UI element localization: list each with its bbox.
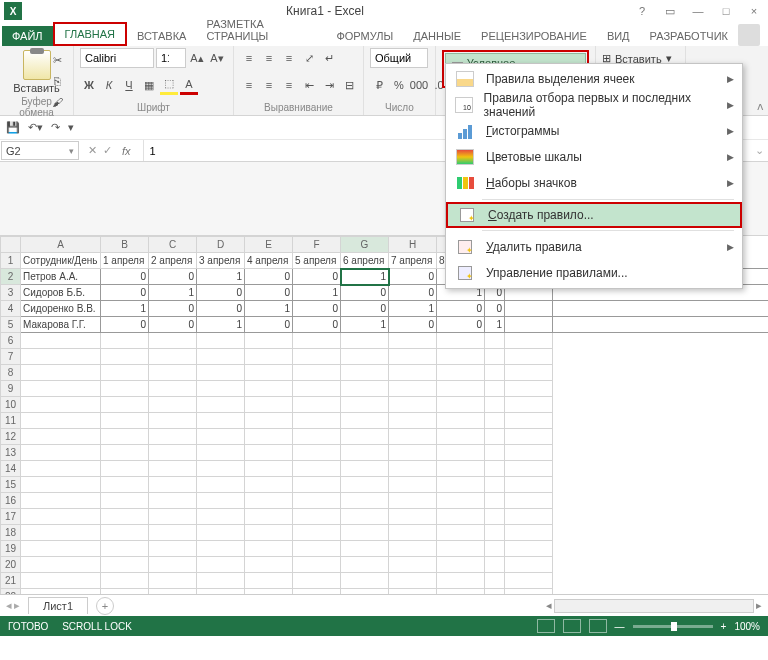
row-header-7[interactable]: 7: [1, 349, 21, 365]
increase-indent-button[interactable]: ⇥: [320, 75, 338, 95]
cell-1-D[interactable]: 3 апреля: [197, 253, 245, 269]
cell-13-5[interactable]: [293, 445, 341, 461]
cell-2-C[interactable]: 0: [149, 269, 197, 285]
cell-4-G[interactable]: 0: [341, 301, 389, 317]
cell-11-9[interactable]: [485, 413, 505, 429]
cell-5-I[interactable]: 0: [437, 317, 485, 333]
cell-16-4[interactable]: [245, 493, 293, 509]
menu-item-0[interactable]: Правила выделения ячеек ▶: [446, 66, 742, 92]
cell-21-7[interactable]: [389, 573, 437, 589]
minimize-button[interactable]: —: [684, 1, 712, 21]
cell-3-H[interactable]: 0: [389, 285, 437, 301]
cell-2-B[interactable]: 0: [101, 269, 149, 285]
cell-9-5[interactable]: [293, 381, 341, 397]
cell-7-5[interactable]: [293, 349, 341, 365]
cell-1-C[interactable]: 2 апреля: [149, 253, 197, 269]
cell-21-5[interactable]: [293, 573, 341, 589]
horizontal-scrollbar[interactable]: [554, 599, 754, 613]
cell-22-10[interactable]: [505, 589, 553, 595]
cell-2-H[interactable]: 0: [389, 269, 437, 285]
currency-button[interactable]: ₽: [370, 75, 388, 95]
cell-15-4[interactable]: [245, 477, 293, 493]
ribbon-options-button[interactable]: ▭: [656, 1, 684, 21]
cell-9-9[interactable]: [485, 381, 505, 397]
grow-font-button[interactable]: A▴: [188, 48, 206, 68]
cell-9-0[interactable]: [21, 381, 101, 397]
cell-18-9[interactable]: [485, 525, 505, 541]
cell-9-8[interactable]: [437, 381, 485, 397]
cell-10-9[interactable]: [485, 397, 505, 413]
cell-16-1[interactable]: [101, 493, 149, 509]
save-button[interactable]: 💾: [6, 121, 20, 134]
cell-18-4[interactable]: [245, 525, 293, 541]
cell-13-3[interactable]: [197, 445, 245, 461]
name-box[interactable]: G2: [1, 141, 79, 160]
row-header-17[interactable]: 17: [1, 509, 21, 525]
cell-16-10[interactable]: [505, 493, 553, 509]
cell-2-D[interactable]: 1: [197, 269, 245, 285]
cell-4-F[interactable]: 0: [293, 301, 341, 317]
number-format-select[interactable]: [370, 48, 428, 68]
cell-20-4[interactable]: [245, 557, 293, 573]
cell-12-1[interactable]: [101, 429, 149, 445]
hscroll-left-button[interactable]: ◂: [546, 599, 552, 612]
expand-formula-bar-button[interactable]: ⌄: [751, 140, 768, 161]
cell-4-C[interactable]: 0: [149, 301, 197, 317]
tab-file[interactable]: ФАЙЛ: [2, 26, 53, 46]
row-header-8[interactable]: 8: [1, 365, 21, 381]
cell-22-3[interactable]: [197, 589, 245, 595]
cell-1-E[interactable]: 4 апреля: [245, 253, 293, 269]
cell-14-7[interactable]: [389, 461, 437, 477]
tab-view[interactable]: ВИД: [597, 26, 640, 46]
zoom-slider[interactable]: [633, 625, 713, 628]
row-header-15[interactable]: 15: [1, 477, 21, 493]
cell-8-7[interactable]: [389, 365, 437, 381]
cell-17-7[interactable]: [389, 509, 437, 525]
cell-16-6[interactable]: [341, 493, 389, 509]
cell-4-Q[interactable]: 0: [553, 301, 769, 317]
cell-12-7[interactable]: [389, 429, 437, 445]
qat-customize-button[interactable]: ▾: [68, 121, 74, 134]
row-header-18[interactable]: 18: [1, 525, 21, 541]
cell-19-0[interactable]: [21, 541, 101, 557]
cell-7-0[interactable]: [21, 349, 101, 365]
cell-4-D[interactable]: 0: [197, 301, 245, 317]
row-header-22[interactable]: 22: [1, 589, 21, 595]
row-header-1[interactable]: 1: [1, 253, 21, 269]
cell-4-B[interactable]: 1: [101, 301, 149, 317]
cell-5-H[interactable]: 0: [389, 317, 437, 333]
col-header-A[interactable]: A: [21, 237, 101, 253]
cell-18-5[interactable]: [293, 525, 341, 541]
sheet-tab[interactable]: Лист1: [28, 597, 88, 614]
cell-6-2[interactable]: [149, 333, 197, 349]
col-header-G[interactable]: G: [341, 237, 389, 253]
col-header-E[interactable]: E: [245, 237, 293, 253]
col-header-D[interactable]: D: [197, 237, 245, 253]
maximize-button[interactable]: □: [712, 1, 740, 21]
cell-8-9[interactable]: [485, 365, 505, 381]
cell-22-9[interactable]: [485, 589, 505, 595]
cell-11-1[interactable]: [101, 413, 149, 429]
cell-13-8[interactable]: [437, 445, 485, 461]
cell-21-6[interactable]: [341, 573, 389, 589]
cell-21-4[interactable]: [245, 573, 293, 589]
cell-8-1[interactable]: [101, 365, 149, 381]
cell-17-0[interactable]: [21, 509, 101, 525]
cell-8-2[interactable]: [149, 365, 197, 381]
cell-9-10[interactable]: [505, 381, 553, 397]
cell-14-3[interactable]: [197, 461, 245, 477]
cell-10-1[interactable]: [101, 397, 149, 413]
cell-6-6[interactable]: [341, 333, 389, 349]
tab-page-layout[interactable]: РАЗМЕТКА СТРАНИЦЫ: [196, 14, 326, 46]
collapse-ribbon-button[interactable]: ᴧ: [757, 100, 764, 113]
cell-16-8[interactable]: [437, 493, 485, 509]
cell-20-7[interactable]: [389, 557, 437, 573]
cell-10-6[interactable]: [341, 397, 389, 413]
cell-8-10[interactable]: [505, 365, 553, 381]
add-sheet-button[interactable]: +: [96, 597, 114, 615]
cell-12-5[interactable]: [293, 429, 341, 445]
row-header-4[interactable]: 4: [1, 301, 21, 317]
fx-button[interactable]: fx: [118, 145, 135, 157]
cell-6-8[interactable]: [437, 333, 485, 349]
cell-11-5[interactable]: [293, 413, 341, 429]
